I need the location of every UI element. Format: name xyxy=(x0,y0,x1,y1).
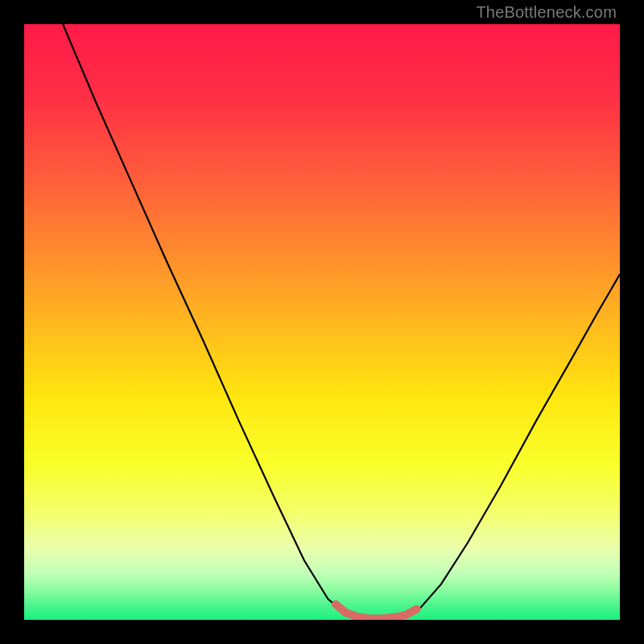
valley-highlight xyxy=(336,605,417,619)
chart-frame: TheBottleneck.com xyxy=(0,0,644,644)
watermark-text: TheBottleneck.com xyxy=(476,3,617,22)
plot-area xyxy=(24,24,620,620)
chart-curves xyxy=(24,24,620,620)
bottleneck-curve xyxy=(63,24,620,619)
